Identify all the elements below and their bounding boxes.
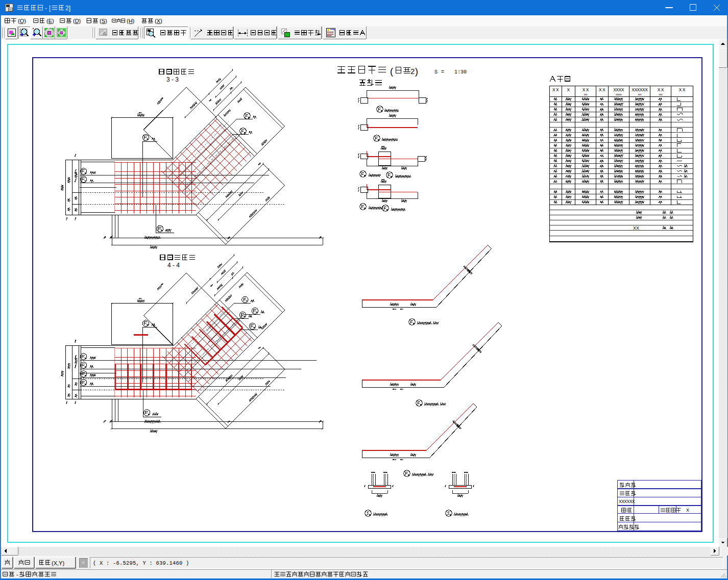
svg-text:X X: X X [599, 87, 605, 92]
svg-text:4 - 4: 4 - 4 [167, 262, 180, 269]
svg-text:xxx: xxx [584, 93, 588, 96]
svg-text:(X): (X) [155, 18, 162, 24]
svg-text:(D): (D) [73, 18, 81, 24]
svg-text:XXXXXX: XXXXXX [632, 87, 648, 92]
svg-text:XXXXXX: XXXXXX [619, 499, 635, 504]
svg-text:(H): (H) [127, 18, 134, 24]
svg-text:2: 2 [410, 67, 415, 75]
svg-text:( X : -6.5295, Y : 639.1460 ): ( X : -6.5295, Y : 639.1460 ) [93, 560, 189, 566]
svg-text:XX: XX [633, 225, 639, 231]
svg-text:xxx: xxx [659, 93, 663, 96]
svg-text:XXXX: XXXX [613, 87, 624, 92]
svg-text:-: - [16, 571, 18, 577]
svg-text:(: ( [390, 66, 393, 77]
svg-text:3 - 3: 3 - 3 [166, 76, 179, 83]
svg-text:X X: X X [583, 87, 589, 92]
svg-text:(E): (E) [46, 18, 54, 24]
svg-text:X X: X X [658, 87, 664, 92]
svg-text:(X,Y): (X,Y) [52, 560, 64, 566]
svg-text:(S): (S) [100, 18, 107, 24]
svg-text:=: = [441, 69, 444, 75]
svg-text:-: - [45, 5, 47, 12]
svg-text:X: X [686, 508, 689, 513]
svg-text:X: X [567, 87, 570, 92]
svg-text:S: S [434, 69, 438, 75]
svg-text:(O): (O) [18, 18, 26, 24]
svg-text:): ) [415, 66, 418, 77]
svg-text:2]: 2] [65, 5, 70, 12]
svg-text:X X: X X [679, 87, 686, 92]
svg-text:xxx: xxx [638, 93, 642, 96]
svg-text:xxxxx: xxxxx [616, 93, 622, 96]
svg-text:1:30: 1:30 [454, 69, 467, 75]
svg-text:X X: X X [552, 87, 559, 92]
